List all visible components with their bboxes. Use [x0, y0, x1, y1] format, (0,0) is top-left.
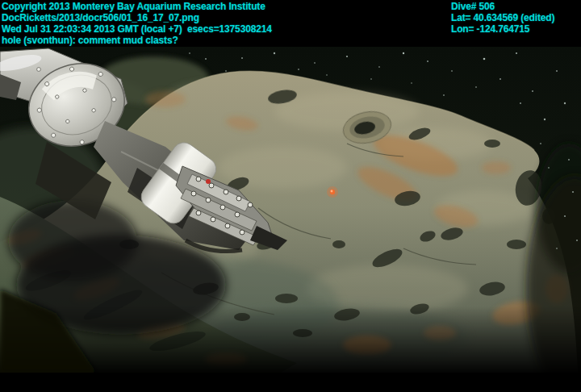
dive-number: Dive# 506	[451, 1, 495, 12]
timestamp-line: Wed Jul 31 22:03:34 2013 GMT (local +7) …	[2, 23, 272, 35]
laser-dot	[327, 186, 338, 198]
video-frame: Copyright 2013 Monterey Bay Aquarium Res…	[0, 0, 581, 392]
file-path-line: DocRicketts/2013/docr506/01_16_17_07.png	[2, 12, 199, 23]
seafloor-scene	[0, 47, 581, 373]
annotation-line: hole (svonthun): comment mud clasts?	[2, 35, 178, 46]
red-marker-dot	[206, 179, 211, 184]
top-overlay-band: Copyright 2013 Monterey Bay Aquarium Res…	[0, 0, 581, 47]
copyright-line: Copyright 2013 Monterey Bay Aquarium Res…	[2, 1, 265, 12]
bottom-overlay-band: Depth= 1981.74 mTemp= 1.993 CSal= 34.604…	[0, 373, 581, 392]
longitude-readout: Lon= -124.764715	[451, 23, 529, 35]
latitude-readout: Lat= 40.634569 (edited)	[451, 12, 554, 23]
underwater-photo	[0, 47, 581, 373]
